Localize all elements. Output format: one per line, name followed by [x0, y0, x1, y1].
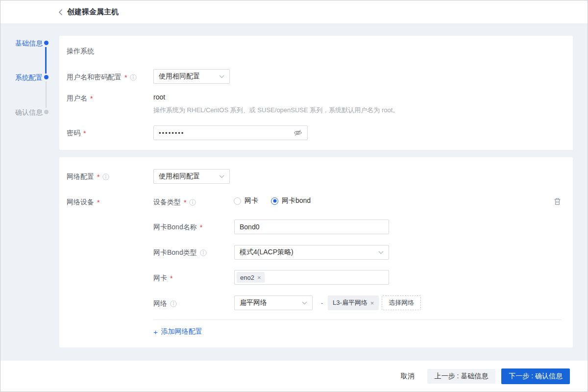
next-step-button[interactable]: 下一步 : 确认信息 [501, 368, 570, 384]
password-masked-value: •••••••• [159, 129, 184, 137]
network-config-select[interactable]: 使用相同配置 [153, 169, 230, 184]
network-panel: 网络配置* 使用相同配置 网络设备* 设备类型* [59, 157, 573, 347]
choose-network-button[interactable]: 选择网络 [382, 295, 421, 310]
radio-nic-bond[interactable]: 网卡bond [271, 196, 311, 205]
password-label: 密码* [67, 129, 86, 138]
chevron-down-icon [378, 251, 384, 254]
step-connector [46, 81, 47, 108]
net-type-select[interactable]: 扁平网络 [234, 295, 313, 310]
step-confirm-info[interactable]: 确认信息 [0, 108, 43, 117]
username-value: root [153, 93, 165, 101]
device-type-radio-group: 网卡 网卡bond [234, 196, 311, 205]
trash-icon [554, 197, 561, 205]
bond-type-select[interactable]: 模式4(LACP策略) [234, 245, 389, 260]
info-icon[interactable] [130, 74, 137, 81]
nic-tag: eno2 × [237, 272, 265, 283]
os-section-title: 操作系统 [67, 47, 94, 56]
password-input[interactable]: •••••••• [153, 125, 308, 140]
os-panel: 操作系统 用户名和密码配置* 使用相同配置 用户名* root 操作系统为 RH… [59, 36, 573, 150]
chevron-left-icon [58, 9, 63, 16]
step-dot-system [44, 75, 49, 79]
page-header: 创建裸金属主机 [0, 0, 588, 24]
bond-name-label: 网卡Bond名称* [153, 223, 202, 232]
network-config-label: 网络配置* [67, 172, 109, 181]
add-network-config-link[interactable]: + 添加网络配置 [153, 327, 202, 336]
username-label: 用户名* [67, 94, 93, 103]
radio-icon [234, 197, 241, 205]
radio-nic-label: 网卡 [245, 196, 258, 205]
info-icon[interactable] [189, 199, 196, 206]
chevron-down-icon [219, 75, 224, 78]
create-bare-metal-page: 创建裸金属主机 基础信息 系统配置 确认信息 操作系统 用户名和密码配置* 使用… [0, 0, 588, 392]
radio-nic[interactable]: 网卡 [234, 196, 258, 205]
network-device-label: 网络设备* [67, 198, 99, 207]
info-icon[interactable] [200, 249, 207, 256]
chevron-down-icon [219, 175, 224, 178]
back-button[interactable] [58, 9, 63, 16]
bond-type-label: 网卡Bond类型 [153, 248, 207, 257]
nic-label: 网卡* [153, 274, 172, 283]
delete-device-button[interactable] [554, 197, 561, 205]
cancel-button[interactable]: 取消 [401, 372, 415, 381]
step-dot-basic [44, 41, 49, 45]
toggle-password-visibility-button[interactable] [294, 129, 302, 136]
plus-icon: + [153, 328, 158, 336]
net-separator: - [321, 299, 323, 307]
close-icon[interactable]: × [257, 274, 261, 281]
radio-checked-icon [271, 197, 278, 205]
net-label: 网络 [153, 299, 177, 308]
chevron-down-icon [302, 301, 307, 305]
credential-mode-select[interactable]: 使用相同配置 [153, 69, 230, 84]
section-divider [153, 319, 562, 320]
bond-name-input[interactable]: Bond0 [234, 220, 389, 234]
step-basic-info[interactable]: 基础信息 [0, 39, 43, 48]
close-icon[interactable]: × [370, 299, 374, 307]
page-title: 创建裸金属主机 [67, 7, 119, 17]
step-dot-confirm [44, 110, 49, 114]
info-icon[interactable] [170, 300, 177, 307]
device-type-label: 设备类型* [153, 198, 196, 207]
step-system-config[interactable]: 系统配置 [0, 74, 43, 82]
prev-step-button[interactable]: 上一步 : 基础信息 [427, 369, 496, 384]
net-tag: L3-扁平网络 × [328, 295, 379, 310]
nic-tag-input[interactable]: eno2 × [234, 270, 389, 285]
username-help: 操作系统为 RHEL/CentOS 系列、或 SUSE/openSUSE 系列，… [153, 106, 399, 115]
footer-bar: 取消 上一步 : 基础信息 下一步 : 确认信息 [0, 361, 588, 392]
info-icon[interactable] [102, 173, 109, 180]
eye-off-icon [294, 129, 302, 136]
radio-bond-label: 网卡bond [282, 196, 311, 205]
step-connector [45, 47, 47, 74]
credential-mode-label: 用户名和密码配置* [67, 73, 137, 82]
